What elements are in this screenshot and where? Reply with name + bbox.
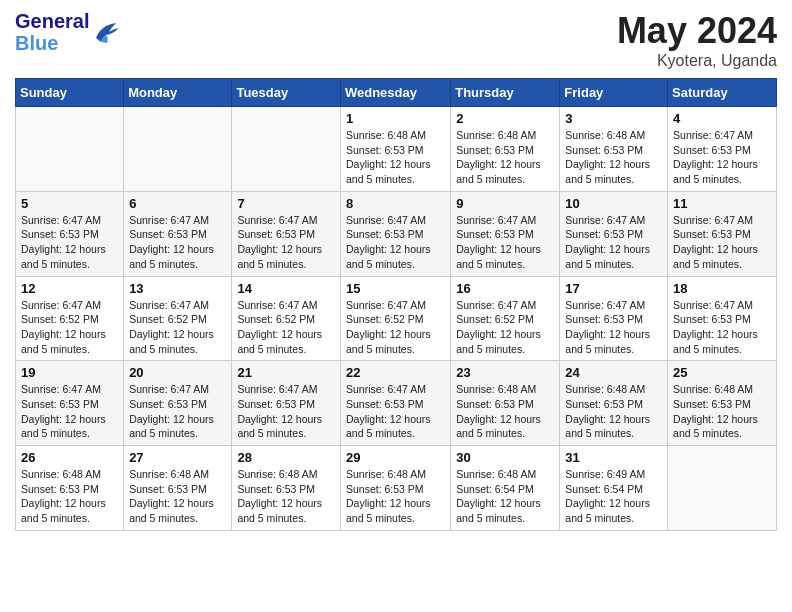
day-number: 16 [456,281,554,296]
day-info: Sunrise: 6:48 AM Sunset: 6:53 PM Dayligh… [346,128,445,187]
logo-bird-icon [91,20,121,45]
header-thursday: Thursday [451,79,560,107]
day-info: Sunrise: 6:48 AM Sunset: 6:53 PM Dayligh… [129,467,226,526]
day-info: Sunrise: 6:47 AM Sunset: 6:53 PM Dayligh… [237,382,335,441]
header-saturday: Saturday [668,79,777,107]
month-title: May 2024 [617,10,777,52]
page-container: General Blue May 2024 Kyotera, Uganda Su… [0,0,792,541]
day-info: Sunrise: 6:47 AM Sunset: 6:53 PM Dayligh… [565,213,662,272]
day-info: Sunrise: 6:48 AM Sunset: 6:53 PM Dayligh… [456,128,554,187]
header: General Blue May 2024 Kyotera, Uganda [15,10,777,70]
day-number: 21 [237,365,335,380]
table-row: 28Sunrise: 6:48 AM Sunset: 6:53 PM Dayli… [232,446,341,531]
day-info: Sunrise: 6:47 AM Sunset: 6:53 PM Dayligh… [21,213,118,272]
day-number: 22 [346,365,445,380]
table-row: 8Sunrise: 6:47 AM Sunset: 6:53 PM Daylig… [340,191,450,276]
day-number: 10 [565,196,662,211]
table-row: 21Sunrise: 6:47 AM Sunset: 6:53 PM Dayli… [232,361,341,446]
logo-blue: Blue [15,32,89,54]
day-number: 25 [673,365,771,380]
day-info: Sunrise: 6:47 AM Sunset: 6:52 PM Dayligh… [456,298,554,357]
table-row: 5Sunrise: 6:47 AM Sunset: 6:53 PM Daylig… [16,191,124,276]
day-number: 4 [673,111,771,126]
day-number: 5 [21,196,118,211]
day-number: 27 [129,450,226,465]
day-number: 11 [673,196,771,211]
day-number: 23 [456,365,554,380]
table-row: 24Sunrise: 6:48 AM Sunset: 6:53 PM Dayli… [560,361,668,446]
day-number: 6 [129,196,226,211]
table-row: 25Sunrise: 6:48 AM Sunset: 6:53 PM Dayli… [668,361,777,446]
day-number: 18 [673,281,771,296]
day-info: Sunrise: 6:47 AM Sunset: 6:52 PM Dayligh… [129,298,226,357]
table-row: 31Sunrise: 6:49 AM Sunset: 6:54 PM Dayli… [560,446,668,531]
day-number: 28 [237,450,335,465]
calendar-week-row: 5Sunrise: 6:47 AM Sunset: 6:53 PM Daylig… [16,191,777,276]
table-row: 29Sunrise: 6:48 AM Sunset: 6:53 PM Dayli… [340,446,450,531]
table-row: 7Sunrise: 6:47 AM Sunset: 6:53 PM Daylig… [232,191,341,276]
table-row [16,107,124,192]
day-number: 24 [565,365,662,380]
day-info: Sunrise: 6:47 AM Sunset: 6:52 PM Dayligh… [346,298,445,357]
day-number: 2 [456,111,554,126]
table-row: 3Sunrise: 6:48 AM Sunset: 6:53 PM Daylig… [560,107,668,192]
header-tuesday: Tuesday [232,79,341,107]
day-number: 29 [346,450,445,465]
day-info: Sunrise: 6:48 AM Sunset: 6:53 PM Dayligh… [565,382,662,441]
day-number: 1 [346,111,445,126]
table-row: 17Sunrise: 6:47 AM Sunset: 6:53 PM Dayli… [560,276,668,361]
day-info: Sunrise: 6:47 AM Sunset: 6:53 PM Dayligh… [673,128,771,187]
table-row: 26Sunrise: 6:48 AM Sunset: 6:53 PM Dayli… [16,446,124,531]
day-info: Sunrise: 6:48 AM Sunset: 6:53 PM Dayligh… [346,467,445,526]
day-info: Sunrise: 6:47 AM Sunset: 6:53 PM Dayligh… [673,213,771,272]
logo-general: General [15,10,89,32]
day-info: Sunrise: 6:47 AM Sunset: 6:53 PM Dayligh… [237,213,335,272]
day-number: 19 [21,365,118,380]
table-row: 18Sunrise: 6:47 AM Sunset: 6:53 PM Dayli… [668,276,777,361]
table-row: 4Sunrise: 6:47 AM Sunset: 6:53 PM Daylig… [668,107,777,192]
day-info: Sunrise: 6:48 AM Sunset: 6:53 PM Dayligh… [456,382,554,441]
day-info: Sunrise: 6:48 AM Sunset: 6:53 PM Dayligh… [673,382,771,441]
day-info: Sunrise: 6:49 AM Sunset: 6:54 PM Dayligh… [565,467,662,526]
table-row [124,107,232,192]
day-info: Sunrise: 6:47 AM Sunset: 6:53 PM Dayligh… [346,213,445,272]
day-number: 12 [21,281,118,296]
table-row: 22Sunrise: 6:47 AM Sunset: 6:53 PM Dayli… [340,361,450,446]
calendar-header-row: Sunday Monday Tuesday Wednesday Thursday… [16,79,777,107]
day-info: Sunrise: 6:47 AM Sunset: 6:53 PM Dayligh… [346,382,445,441]
day-info: Sunrise: 6:48 AM Sunset: 6:54 PM Dayligh… [456,467,554,526]
table-row: 20Sunrise: 6:47 AM Sunset: 6:53 PM Dayli… [124,361,232,446]
calendar-table: Sunday Monday Tuesday Wednesday Thursday… [15,78,777,531]
day-info: Sunrise: 6:47 AM Sunset: 6:53 PM Dayligh… [456,213,554,272]
location: Kyotera, Uganda [617,52,777,70]
title-block: May 2024 Kyotera, Uganda [617,10,777,70]
day-info: Sunrise: 6:47 AM Sunset: 6:53 PM Dayligh… [21,382,118,441]
calendar-week-row: 12Sunrise: 6:47 AM Sunset: 6:52 PM Dayli… [16,276,777,361]
table-row: 10Sunrise: 6:47 AM Sunset: 6:53 PM Dayli… [560,191,668,276]
table-row: 27Sunrise: 6:48 AM Sunset: 6:53 PM Dayli… [124,446,232,531]
day-number: 15 [346,281,445,296]
table-row: 9Sunrise: 6:47 AM Sunset: 6:53 PM Daylig… [451,191,560,276]
header-monday: Monday [124,79,232,107]
day-number: 13 [129,281,226,296]
day-number: 3 [565,111,662,126]
day-info: Sunrise: 6:47 AM Sunset: 6:53 PM Dayligh… [129,213,226,272]
day-number: 9 [456,196,554,211]
table-row: 15Sunrise: 6:47 AM Sunset: 6:52 PM Dayli… [340,276,450,361]
header-wednesday: Wednesday [340,79,450,107]
table-row: 23Sunrise: 6:48 AM Sunset: 6:53 PM Dayli… [451,361,560,446]
day-info: Sunrise: 6:47 AM Sunset: 6:52 PM Dayligh… [237,298,335,357]
day-number: 30 [456,450,554,465]
calendar-week-row: 26Sunrise: 6:48 AM Sunset: 6:53 PM Dayli… [16,446,777,531]
calendar-week-row: 1Sunrise: 6:48 AM Sunset: 6:53 PM Daylig… [16,107,777,192]
table-row: 12Sunrise: 6:47 AM Sunset: 6:52 PM Dayli… [16,276,124,361]
table-row: 14Sunrise: 6:47 AM Sunset: 6:52 PM Dayli… [232,276,341,361]
calendar-week-row: 19Sunrise: 6:47 AM Sunset: 6:53 PM Dayli… [16,361,777,446]
day-number: 31 [565,450,662,465]
table-row: 6Sunrise: 6:47 AM Sunset: 6:53 PM Daylig… [124,191,232,276]
table-row: 16Sunrise: 6:47 AM Sunset: 6:52 PM Dayli… [451,276,560,361]
header-sunday: Sunday [16,79,124,107]
day-info: Sunrise: 6:48 AM Sunset: 6:53 PM Dayligh… [21,467,118,526]
day-number: 17 [565,281,662,296]
day-number: 14 [237,281,335,296]
